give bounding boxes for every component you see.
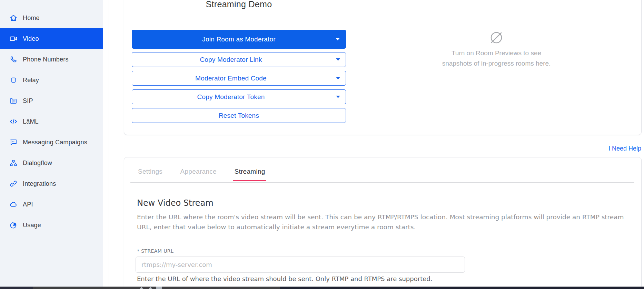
- sidebar-item-label: Messaging Campaigns: [23, 139, 87, 146]
- phone-icon: [9, 55, 18, 64]
- new-video-stream-section: New Video Stream Enter the URL where the…: [137, 198, 641, 282]
- join-room-as-moderator-button[interactable]: Join Room as Moderator: [132, 30, 346, 49]
- sidebar-item-integrations[interactable]: Integrations: [0, 173, 103, 194]
- moderator-buttons: Join Room as Moderator Copy Moderator Li…: [132, 30, 346, 127]
- bottom-bar-glyph: [156, 287, 162, 289]
- sidebar-item-dialogflow[interactable]: Dialogflow: [0, 153, 103, 173]
- sidebar-item-laml[interactable]: LāML: [0, 111, 103, 132]
- chip-icon: [9, 76, 18, 84]
- stream-url-help-text: Enter the URL of where the video stream …: [137, 275, 641, 282]
- preview-placeholder-line2: snapshots of in-progress rooms here.: [427, 58, 565, 69]
- main-content: Streaming Demo Join Room as Moderator Co…: [109, 0, 644, 287]
- room-card: Streaming Demo Join Room as Moderator Co…: [124, 0, 642, 135]
- sidebar: Home Video Phone Numbers Relay: [0, 0, 103, 287]
- circle-slash-icon: [427, 29, 565, 48]
- sidebar-item-home[interactable]: Home: [0, 8, 103, 28]
- bottom-bar-segment: [33, 287, 280, 289]
- sidebar-item-phone-numbers[interactable]: Phone Numbers: [0, 49, 103, 70]
- embed-code-dropdown-toggle[interactable]: [330, 71, 346, 85]
- sidebar-item-api[interactable]: API: [0, 194, 103, 215]
- video-camera-icon: [9, 35, 18, 43]
- button-label: Reset Tokens: [132, 108, 346, 123]
- reset-tokens-button[interactable]: Reset Tokens: [132, 108, 346, 123]
- room-preview-placeholder: Turn on Room Previews to see snapshots o…: [427, 29, 565, 69]
- desk-phone-icon: [9, 97, 18, 105]
- sidebar-item-relay[interactable]: Relay: [0, 70, 103, 90]
- section-title: New Video Stream: [137, 198, 641, 208]
- pie-chart-icon: [9, 221, 18, 229]
- sidebar-item-label: Integrations: [23, 180, 56, 187]
- chevron-down-icon: [336, 77, 340, 79]
- room-title: Streaming Demo: [132, 0, 346, 9]
- cloud-icon: [9, 200, 18, 209]
- code-icon: [9, 117, 18, 126]
- sidebar-item-video[interactable]: Video: [0, 28, 103, 49]
- tab-appearance[interactable]: Appearance: [179, 168, 218, 181]
- join-room-dropdown-toggle[interactable]: [329, 30, 346, 49]
- sidebar-scrollbar-track[interactable]: [103, 0, 109, 287]
- bottom-bar-glyph: [149, 287, 152, 289]
- sidebar-item-label: API: [23, 201, 33, 208]
- stream-url-input[interactable]: [136, 257, 465, 273]
- sidebar-item-messaging-campaigns[interactable]: Messaging Campaigns: [0, 132, 103, 153]
- section-description: Enter the URL where the room's video str…: [137, 212, 639, 232]
- app-window: Home Video Phone Numbers Relay: [0, 0, 644, 289]
- sitemap-icon: [9, 159, 18, 167]
- bottom-edge-bar: [0, 287, 644, 289]
- sidebar-item-label: Video: [23, 35, 39, 42]
- sidebar-item-usage[interactable]: Usage: [0, 215, 103, 235]
- chevron-down-icon: [336, 58, 340, 61]
- copy-token-dropdown-toggle[interactable]: [330, 90, 346, 104]
- sidebar-item-label: Relay: [23, 77, 39, 84]
- tab-bar: Settings Appearance Streaming: [130, 168, 634, 183]
- i-need-help-link[interactable]: I Need Help: [608, 145, 641, 152]
- chat-bubble-icon: [9, 138, 18, 146]
- button-label: Copy Moderator Token: [132, 90, 330, 104]
- chevron-down-icon: [336, 96, 340, 98]
- button-label: Moderator Embed Code: [132, 71, 330, 85]
- sidebar-item-label: Home: [23, 15, 40, 22]
- bottom-bar-segment: [0, 287, 33, 289]
- stream-settings-card: Settings Appearance Streaming New Video …: [124, 157, 642, 289]
- tab-settings[interactable]: Settings: [137, 168, 164, 181]
- copy-link-dropdown-toggle[interactable]: [330, 52, 346, 67]
- tab-streaming[interactable]: Streaming: [233, 168, 266, 181]
- button-label: Join Room as Moderator: [132, 30, 346, 49]
- sidebar-item-label: LāML: [23, 118, 39, 125]
- sidebar-item-label: Dialogflow: [23, 160, 52, 167]
- link-icon: [9, 180, 18, 188]
- preview-placeholder-line1: Turn on Room Previews to see: [427, 48, 565, 58]
- moderator-embed-code-button[interactable]: Moderator Embed Code: [132, 71, 346, 86]
- sidebar-item-sip[interactable]: SIP: [0, 90, 103, 111]
- bottom-bar-glyph: [140, 287, 143, 289]
- button-label: Copy Moderator Link: [132, 52, 330, 67]
- copy-moderator-link-button[interactable]: Copy Moderator Link: [132, 52, 346, 67]
- home-icon: [9, 14, 18, 22]
- stream-url-label: * STREAM URL: [137, 248, 641, 254]
- sidebar-item-label: SIP: [23, 97, 33, 105]
- sidebar-item-label: Usage: [23, 222, 41, 229]
- chevron-down-icon: [336, 38, 340, 40]
- sidebar-item-label: Phone Numbers: [23, 56, 69, 63]
- sidebar-nav: Home Video Phone Numbers Relay: [0, 8, 103, 235]
- copy-moderator-token-button[interactable]: Copy Moderator Token: [132, 89, 346, 104]
